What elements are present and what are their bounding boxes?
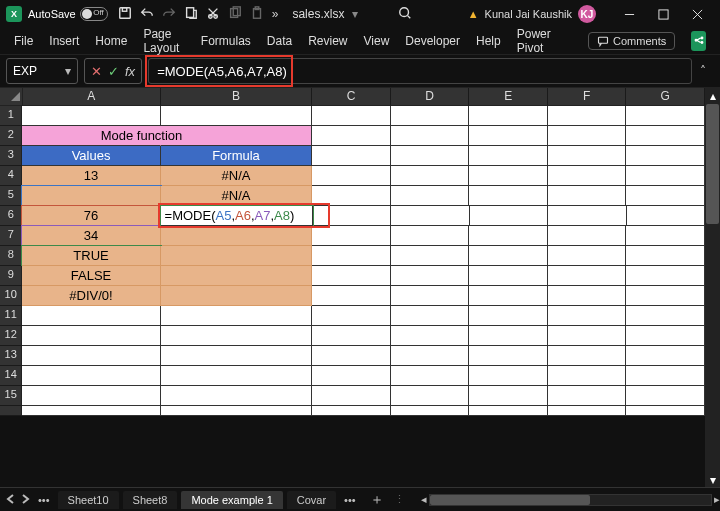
more-commands-icon[interactable]: » xyxy=(272,7,279,21)
scroll-right-icon[interactable]: ▸ xyxy=(714,493,720,506)
cancel-icon[interactable]: ✕ xyxy=(91,64,102,79)
paste-icon[interactable] xyxy=(250,6,264,23)
chevron-down-icon[interactable]: ▾ xyxy=(65,64,71,78)
expand-formula-bar-icon[interactable]: ˄ xyxy=(700,64,714,78)
scroll-left-icon[interactable]: ◂ xyxy=(421,493,427,506)
cell[interactable] xyxy=(312,306,391,326)
cell[interactable] xyxy=(391,146,470,166)
sheet-tab[interactable]: Mode example 1 xyxy=(181,491,282,509)
col-header[interactable]: G xyxy=(626,88,705,106)
new-sheet-icon[interactable] xyxy=(184,6,198,23)
account-area[interactable]: ▲ Kunal Jai Kaushik KJ xyxy=(468,5,596,23)
cell[interactable] xyxy=(22,306,160,326)
cell[interactable] xyxy=(548,386,627,406)
cell[interactable] xyxy=(627,206,705,226)
row-header[interactable]: 2 xyxy=(0,126,22,146)
cell[interactable] xyxy=(626,126,705,146)
cell[interactable] xyxy=(626,306,705,326)
col-header[interactable]: F xyxy=(548,88,627,106)
cell[interactable] xyxy=(469,226,548,246)
cell[interactable]: 76 xyxy=(22,206,160,226)
cell[interactable] xyxy=(469,346,548,366)
cell[interactable] xyxy=(626,146,705,166)
cell[interactable] xyxy=(391,166,470,186)
cell[interactable] xyxy=(469,386,548,406)
cell[interactable] xyxy=(548,346,627,366)
row-header[interactable]: 16 xyxy=(0,406,22,416)
row-header[interactable]: 12 xyxy=(0,326,22,346)
cell[interactable] xyxy=(312,266,391,286)
cell[interactable]: #N/A xyxy=(161,186,313,206)
cell[interactable] xyxy=(391,306,470,326)
tab-data[interactable]: Data xyxy=(267,34,292,48)
cell[interactable] xyxy=(391,186,470,206)
cell[interactable] xyxy=(626,326,705,346)
cell[interactable] xyxy=(22,366,160,386)
cell[interactable] xyxy=(391,366,470,386)
cell[interactable] xyxy=(469,286,548,306)
tab-power-pivot[interactable]: Power Pivot xyxy=(517,27,556,55)
scroll-thumb[interactable] xyxy=(706,104,719,224)
row-header[interactable]: 6 xyxy=(0,206,22,226)
cell[interactable] xyxy=(312,166,391,186)
cell[interactable] xyxy=(391,226,470,246)
cell[interactable]: TRUE xyxy=(22,246,160,266)
cell[interactable] xyxy=(391,246,470,266)
scroll-up-icon[interactable]: ▴ xyxy=(705,88,720,103)
cell[interactable] xyxy=(469,126,548,146)
cell[interactable] xyxy=(161,326,313,346)
cell[interactable] xyxy=(469,246,548,266)
cell[interactable] xyxy=(548,146,627,166)
row-header[interactable]: 8 xyxy=(0,246,22,266)
maximize-button[interactable] xyxy=(646,0,680,28)
cell[interactable]: FALSE xyxy=(22,266,160,286)
vertical-scrollbar[interactable]: ▴ ▾ xyxy=(705,88,720,487)
fx-icon[interactable]: fx xyxy=(125,64,135,79)
row-header[interactable]: 1 xyxy=(0,106,22,126)
tab-developer[interactable]: Developer xyxy=(405,34,460,48)
cell[interactable] xyxy=(469,266,548,286)
cell[interactable] xyxy=(312,406,391,416)
cell[interactable] xyxy=(312,366,391,386)
cell[interactable] xyxy=(161,306,313,326)
cell[interactable]: #DIV/0! xyxy=(22,286,160,306)
scroll-thumb[interactable] xyxy=(430,495,590,505)
cell[interactable] xyxy=(22,406,160,416)
cell[interactable] xyxy=(469,186,548,206)
cell[interactable] xyxy=(548,226,627,246)
autosave-toggle[interactable]: AutoSave Off xyxy=(28,7,108,21)
tab-page-layout[interactable]: Page Layout xyxy=(143,27,184,55)
cell[interactable] xyxy=(161,246,313,266)
cell[interactable] xyxy=(391,326,470,346)
cell[interactable] xyxy=(548,306,627,326)
cell[interactable] xyxy=(626,366,705,386)
sheet-tab[interactable]: Sheet10 xyxy=(58,491,119,509)
cell[interactable] xyxy=(391,266,470,286)
cell[interactable] xyxy=(312,106,391,126)
cell[interactable] xyxy=(469,146,548,166)
cell[interactable] xyxy=(22,346,160,366)
cell[interactable] xyxy=(469,326,548,346)
cell[interactable] xyxy=(312,346,391,366)
copy-icon[interactable] xyxy=(228,6,242,23)
row-header[interactable]: 14 xyxy=(0,366,22,386)
new-sheet-button[interactable]: ＋ xyxy=(364,491,390,509)
cell[interactable] xyxy=(626,266,705,286)
cell[interactable] xyxy=(161,366,313,386)
comments-button[interactable]: Comments xyxy=(588,32,675,50)
sheet-tab[interactable]: Sheet8 xyxy=(123,491,178,509)
cell[interactable] xyxy=(469,166,548,186)
name-box[interactable]: EXP ▾ xyxy=(6,58,78,84)
tab-insert[interactable]: Insert xyxy=(49,34,79,48)
redo-icon[interactable] xyxy=(162,6,176,23)
cell[interactable] xyxy=(626,226,705,246)
cell[interactable] xyxy=(312,146,391,166)
undo-icon[interactable] xyxy=(140,6,154,23)
tab-nav-more-icon[interactable]: ••• xyxy=(340,494,360,506)
cell[interactable] xyxy=(22,106,160,126)
cell[interactable] xyxy=(548,286,627,306)
close-button[interactable] xyxy=(680,0,714,28)
row-header[interactable]: 11 xyxy=(0,306,22,326)
cut-icon[interactable] xyxy=(206,6,220,23)
cell[interactable] xyxy=(391,386,470,406)
